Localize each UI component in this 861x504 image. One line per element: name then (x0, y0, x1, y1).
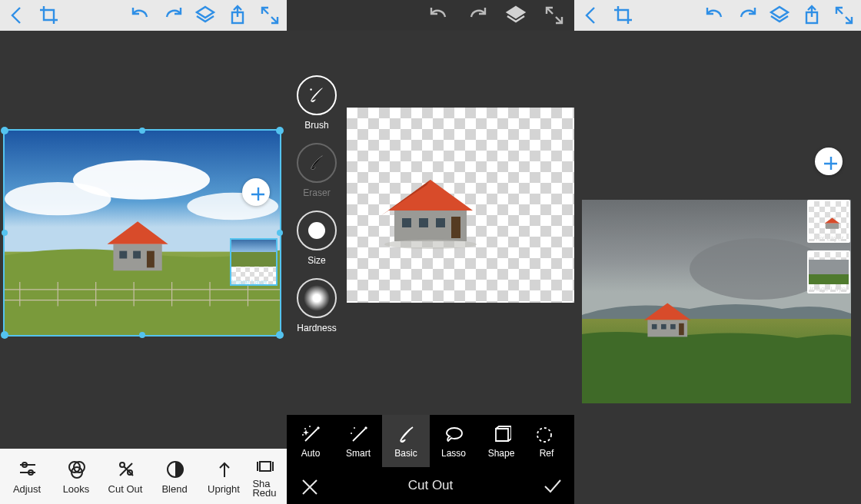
expand-icon[interactable] (833, 5, 855, 26)
redo-icon[interactable] (162, 5, 184, 26)
svg-rect-43 (436, 218, 445, 227)
tool-blend[interactable]: Blend (151, 459, 198, 495)
canvas[interactable]: Mix Layer Image Layer (574, 31, 861, 504)
tool-adjust[interactable]: Adjust (3, 459, 51, 495)
tab-auto[interactable]: Auto (287, 415, 334, 467)
topbar (574, 0, 861, 31)
share-icon[interactable] (227, 5, 248, 26)
size-tool[interactable] (297, 211, 337, 250)
layer-label: Image Layer (809, 285, 849, 293)
svg-point-45 (384, 240, 477, 249)
layers-icon[interactable] (769, 5, 790, 26)
brush-tool[interactable] (297, 75, 337, 115)
svg-point-37 (310, 88, 311, 90)
undo-icon[interactable] (130, 5, 151, 26)
layers-panel: Mix Layer Image Layer (807, 200, 850, 293)
bottom-toolbar: Adjust Looks Cut Out Blend Upright ShaRe… (0, 449, 287, 504)
eraser-tool[interactable] (297, 143, 337, 183)
crop-icon[interactable] (613, 5, 634, 26)
tool-cutout[interactable]: Cut Out (101, 459, 149, 495)
tool-looks[interactable]: Looks (52, 459, 100, 495)
resize-handle[interactable] (276, 331, 284, 339)
svg-rect-54 (679, 323, 684, 335)
photo-house (5, 131, 280, 335)
resize-handle[interactable] (276, 127, 284, 134)
layer-thumb-image[interactable]: Image Layer (807, 250, 850, 293)
canvas[interactable]: Brush Eraser Size Hardness (287, 31, 574, 415)
layer-thumbnail[interactable]: Image Layer (230, 238, 278, 286)
tab-refine[interactable]: Ref (525, 415, 562, 467)
confirm-icon[interactable] (542, 475, 563, 496)
expand-icon[interactable] (544, 5, 565, 26)
tab-shape[interactable]: Shape (477, 415, 525, 467)
expand-icon[interactable] (259, 5, 281, 26)
layers-icon[interactable] (194, 5, 216, 26)
tab-lasso[interactable]: Lasso (430, 415, 477, 467)
topbar-dark (287, 0, 574, 31)
resize-handle[interactable] (2, 230, 8, 236)
svg-rect-56 (826, 224, 839, 229)
brush-tool-column: Brush Eraser Size Hardness (291, 75, 342, 341)
hardness-tool[interactable] (297, 278, 337, 318)
panel-right: Mix Layer Image Layer (574, 0, 861, 504)
svg-rect-27 (147, 251, 155, 268)
resize-handle[interactable] (1, 331, 8, 339)
svg-rect-25 (119, 251, 127, 259)
tab-basic[interactable]: Basic (382, 415, 430, 467)
svg-rect-26 (133, 251, 141, 259)
redo-icon[interactable] (467, 5, 488, 26)
svg-rect-44 (451, 217, 460, 238)
topbar (0, 0, 287, 31)
panel-left: Image Layer Adjust Looks Cut Out Blend U… (0, 0, 287, 504)
brush-label: Brush (304, 120, 328, 131)
eraser-label: Eraser (303, 187, 330, 198)
undo-icon[interactable] (704, 5, 726, 26)
tab-smart[interactable]: Smart (334, 415, 382, 467)
resize-handle[interactable] (139, 332, 145, 338)
back-icon[interactable] (6, 5, 28, 26)
redo-icon[interactable] (736, 5, 758, 26)
add-button[interactable] (242, 178, 270, 206)
cutout-tabs: Auto Smart Basic Lasso Shape Ref (287, 415, 574, 467)
resize-handle[interactable] (277, 230, 283, 236)
size-label: Size (308, 255, 325, 266)
cutout-canvas[interactable] (347, 108, 574, 303)
resize-handle[interactable] (139, 128, 145, 134)
hardness-label: Hardness (297, 323, 336, 333)
layer-thumb-mix[interactable]: Mix Layer (807, 200, 850, 243)
tool-shake-reduction[interactable]: ShaRedu (249, 455, 280, 498)
svg-marker-55 (825, 217, 840, 223)
svg-rect-52 (661, 324, 667, 330)
resize-handle[interactable] (1, 127, 8, 134)
svg-point-20 (73, 160, 210, 199)
layer-label: Image Layer (231, 278, 268, 286)
cutout-title: Cut Out (408, 478, 454, 493)
canvas[interactable]: Image Layer (0, 31, 287, 449)
svg-rect-51 (652, 324, 657, 330)
selection-frame[interactable] (3, 129, 281, 337)
cutout-titlebar: Cut Out (287, 467, 574, 504)
share-icon[interactable] (801, 5, 823, 26)
svg-rect-53 (670, 324, 676, 330)
undo-icon[interactable] (428, 5, 450, 26)
back-icon[interactable] (580, 5, 602, 26)
svg-marker-38 (388, 180, 473, 211)
svg-rect-41 (402, 218, 411, 227)
add-button[interactable] (815, 148, 843, 175)
crop-icon[interactable] (38, 5, 60, 26)
layer-label: Mix Layer (809, 234, 849, 242)
close-icon[interactable] (298, 475, 319, 496)
tool-upright[interactable]: Upright (200, 459, 248, 495)
svg-rect-42 (419, 218, 428, 227)
layers-icon[interactable] (505, 5, 527, 26)
panel-center: Brush Eraser Size Hardness (287, 0, 574, 504)
cutout-house (373, 174, 488, 250)
